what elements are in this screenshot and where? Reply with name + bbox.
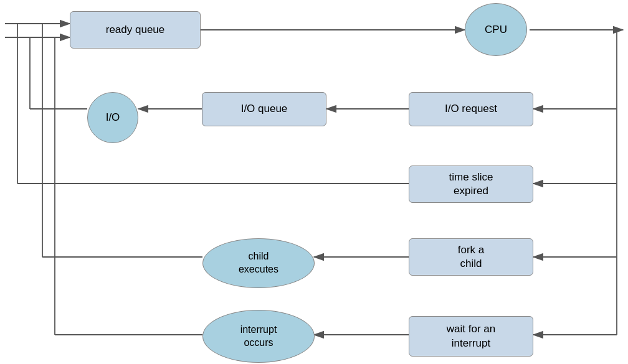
time-slice-box: time slice expired — [409, 166, 533, 203]
io-request-box: I/O request — [409, 92, 533, 126]
fork-child-box: fork a child — [409, 238, 533, 276]
io-queue-box: I/O queue — [202, 92, 326, 126]
cpu-circle: CPU — [465, 3, 527, 56]
arrows-layer — [0, 0, 628, 364]
io-circle: I/O — [87, 92, 138, 143]
child-executes-ellipse: child executes — [202, 238, 315, 288]
diagram: ready queue CPU I/O queue I/O request I/… — [0, 0, 628, 364]
interrupt-occurs-ellipse: interrupt occurs — [202, 310, 315, 363]
ready-queue-box: ready queue — [70, 11, 201, 49]
wait-interrupt-box: wait for an interrupt — [409, 316, 533, 357]
